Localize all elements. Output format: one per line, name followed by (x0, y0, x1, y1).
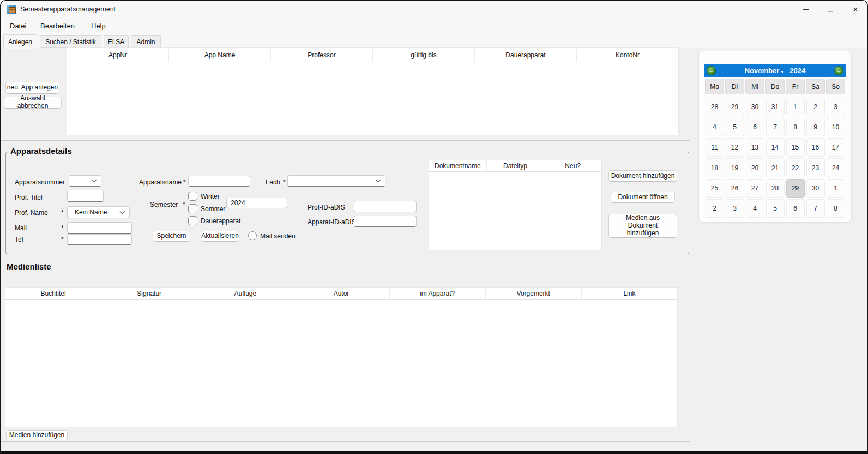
calendar-date[interactable]: 2 (706, 199, 724, 218)
calendar-date[interactable]: 8 (827, 199, 845, 218)
column-header-signatur[interactable]: Signatur (101, 288, 197, 299)
calendar-year-label[interactable]: 2024 (789, 67, 805, 75)
save-button[interactable]: Speichern (153, 231, 190, 242)
winter-checkbox[interactable] (188, 192, 197, 201)
menu-item-datei[interactable]: Datei (8, 18, 28, 34)
column-header-professor[interactable]: Professor (271, 48, 373, 62)
calendar-date[interactable]: 5 (726, 118, 744, 136)
column-header-autor[interactable]: Autor (293, 288, 389, 299)
prof-id-adis-field[interactable] (354, 201, 417, 212)
maximize-button[interactable] (818, 1, 843, 17)
calendar-date[interactable]: 27 (746, 179, 764, 198)
column-header-auflage[interactable]: Auflage (197, 288, 293, 299)
calendar-date[interactable]: 14 (766, 138, 785, 157)
column-header-dauerapparat[interactable]: Dauerapparat (475, 48, 577, 62)
calendar-date[interactable]: 20 (746, 158, 764, 177)
app-table-body[interactable] (67, 62, 678, 135)
column-header-vorgemerkt[interactable]: Vorgemerkt (486, 288, 582, 299)
calendar-month-label[interactable]: November (745, 67, 780, 75)
column-header-appnr[interactable]: AppNr (67, 48, 169, 62)
prof-name-label: Prof. Name (15, 209, 48, 217)
calendar-date[interactable]: 30 (746, 98, 764, 116)
tab-suchen-statistik[interactable]: Suchen / Statistik (40, 35, 101, 48)
calendar-date[interactable]: 23 (806, 158, 825, 177)
calendar-date[interactable]: 17 (827, 138, 845, 157)
calendar-date[interactable]: 29 (726, 98, 744, 116)
calendar-date[interactable]: 2 (806, 98, 825, 116)
refresh-button[interactable]: Aktualisieren (201, 231, 239, 242)
minimize-button[interactable] (793, 1, 818, 17)
calendar-date[interactable]: 4 (746, 199, 764, 218)
calendar-date[interactable]: 7 (806, 199, 825, 218)
calendar-title[interactable]: November 2024 (704, 64, 846, 77)
menu-item-bearbeiten[interactable]: Bearbeiten (38, 18, 77, 34)
column-header-link[interactable]: Link (582, 288, 677, 299)
calendar-date[interactable]: 1 (786, 98, 805, 116)
open-document-button[interactable]: Dokument öffnen (611, 192, 675, 203)
sommer-checkbox[interactable] (188, 204, 197, 213)
calendar-date[interactable]: 28 (766, 179, 785, 198)
calendar-date[interactable]: 10 (827, 118, 845, 136)
apparatsnummer-select[interactable] (69, 175, 101, 187)
next-month-button[interactable]: → (834, 66, 843, 75)
calendar-date[interactable]: 5 (766, 199, 785, 218)
column-header-dokumentname[interactable]: Dokumentname (429, 160, 487, 171)
calendar-date[interactable]: 11 (706, 138, 724, 157)
media-from-document-button[interactable]: Medien aus Dokument hinzufügen (608, 214, 677, 238)
calendar-date[interactable]: 6 (786, 199, 805, 218)
prof-name-select[interactable]: Kein Name (67, 206, 130, 218)
tel-field[interactable] (67, 234, 132, 245)
semester-year-field[interactable] (226, 198, 287, 208)
calendar-date[interactable]: 6 (746, 118, 764, 136)
dauerapparat-checkbox[interactable] (188, 216, 197, 225)
calendar-date[interactable]: 15 (786, 138, 805, 157)
calendar-date[interactable]: 1 (827, 179, 845, 198)
column-header-im-apparat[interactable]: im Apparat? (390, 288, 486, 299)
calendar-date[interactable]: 3 (827, 98, 845, 116)
document-table-body[interactable] (429, 172, 601, 250)
medien-table-body[interactable] (5, 300, 677, 427)
calendar-date[interactable]: 4 (706, 118, 724, 136)
calendar-date[interactable]: 9 (806, 118, 825, 136)
column-header-buchtitel[interactable]: Buchtitel (5, 288, 101, 299)
column-header-neu[interactable]: Neu? (544, 160, 601, 171)
calendar-date[interactable]: 28 (706, 98, 724, 116)
fach-select[interactable] (287, 175, 385, 187)
mail-field[interactable] (67, 222, 132, 234)
calendar-date[interactable]: 30 (806, 179, 825, 198)
tab-elsa[interactable]: ELSA (104, 35, 129, 48)
menu-item-help[interactable]: Help (89, 18, 108, 34)
cancel-selection-button[interactable]: Auswahl abbrechen (4, 97, 62, 109)
calendar-date[interactable]: 18 (706, 158, 724, 177)
prof-titel-field[interactable] (67, 190, 104, 202)
add-media-button[interactable]: Medien hinzufügen (6, 430, 68, 440)
calendar-date[interactable]: 31 (766, 98, 785, 116)
tab-admin[interactable]: Admin (131, 35, 161, 48)
column-header-kontonr[interactable]: KontoNr (577, 48, 678, 62)
column-header-appname[interactable]: App Name (169, 48, 271, 62)
column-header-gueltig-bis[interactable]: gültig bis (373, 48, 475, 62)
calendar-date[interactable]: 24 (827, 158, 845, 177)
calendar-date[interactable]: 26 (726, 179, 744, 198)
prev-month-button[interactable]: ← (707, 66, 716, 75)
add-document-button[interactable]: Dokument hinzufügen (608, 170, 677, 182)
mail-senden-checkbox[interactable] (248, 231, 257, 240)
calendar-date[interactable]: 13 (746, 138, 764, 157)
calendar-date[interactable]: 22 (786, 158, 805, 177)
calendar-date[interactable]: 3 (726, 199, 744, 218)
close-button[interactable]: ✕ (843, 1, 868, 17)
column-header-dateityp[interactable]: Dateityp (487, 160, 545, 171)
calendar-date[interactable]: 8 (786, 118, 805, 136)
calendar-date[interactable]: 19 (726, 158, 744, 177)
apparat-id-adis-field[interactable] (354, 216, 417, 227)
calendar-date[interactable]: 7 (766, 118, 785, 136)
calendar-date[interactable]: 21 (766, 158, 785, 177)
calendar-date[interactable]: 25 (706, 179, 724, 198)
calendar-date[interactable]: 16 (806, 138, 825, 157)
calendar-date-selected[interactable]: 29 (786, 179, 805, 198)
horizontal-divider (1, 140, 690, 141)
tab-anlegen[interactable]: Anlegen (3, 34, 37, 49)
new-app-button[interactable]: neu. App anlegen (5, 82, 59, 94)
calendar-date[interactable]: 12 (726, 138, 744, 157)
apparatsname-field[interactable] (188, 176, 250, 187)
